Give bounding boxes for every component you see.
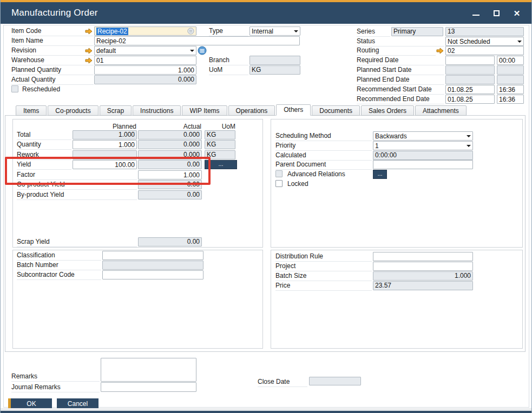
advanced-relations-checkbox[interactable] xyxy=(275,170,283,177)
scrap-yield-field: 0.00 xyxy=(138,237,202,247)
chevron-down-icon xyxy=(467,135,471,137)
title-bar[interactable]: Manufacturing Order xyxy=(1,2,531,24)
type-value: Internal xyxy=(252,28,293,35)
project-label: Project xyxy=(275,262,372,271)
priority-dropdown[interactable]: 1 xyxy=(373,141,473,150)
manufacturing-order-window: Manufacturing Order ✕ Item Code Recipe-0… xyxy=(0,0,532,413)
tab-operations[interactable]: Operations xyxy=(228,105,275,116)
status-dropdown[interactable]: Not Scheduled xyxy=(445,37,524,46)
tab-co-products[interactable]: Co-products xyxy=(48,105,98,116)
rework-uom-field: KG xyxy=(205,150,235,159)
type-dropdown[interactable]: Internal xyxy=(249,26,300,36)
required-date-input[interactable] xyxy=(445,56,495,65)
minimize-button[interactable] xyxy=(470,7,482,19)
revision-value: default xyxy=(96,47,189,55)
warehouse-input[interactable] xyxy=(94,56,196,65)
close-date-label: Close Date xyxy=(258,377,307,387)
maximize-button[interactable] xyxy=(490,7,502,19)
remarks-textarea[interactable] xyxy=(101,358,196,382)
classification-input[interactable] xyxy=(102,251,203,260)
required-time-input[interactable] xyxy=(497,56,524,65)
scheduling-method-dropdown[interactable]: Backwards xyxy=(373,131,473,141)
yield-more-button[interactable]: ... xyxy=(205,160,237,169)
planned-start-time-field xyxy=(497,65,524,75)
link-arrow-icon[interactable] xyxy=(85,28,93,35)
subcontractor-code-label: Subcontractor Code xyxy=(17,270,101,280)
link-arrow-icon[interactable] xyxy=(85,48,93,54)
planned-start-date-field xyxy=(445,65,495,75)
recommended-end-date-input[interactable] xyxy=(445,95,495,104)
quantity-planned-input[interactable] xyxy=(73,140,137,149)
tab-wip-items[interactable]: WIP Items xyxy=(182,105,227,116)
scheduling-method-label: Scheduling Method xyxy=(275,131,372,141)
close-date-field xyxy=(309,377,361,385)
quantity-actual-field: 0.000 xyxy=(138,140,202,149)
yield-planned-input[interactable] xyxy=(73,160,137,169)
project-input[interactable] xyxy=(373,262,473,271)
journal-remarks-label: Journal Remarks xyxy=(11,383,100,392)
planned-end-time-field xyxy=(497,75,524,84)
tab-instructions[interactable]: Instructions xyxy=(133,105,181,116)
subcontractor-code-input[interactable] xyxy=(102,270,203,279)
required-date-label: Required Date xyxy=(357,56,444,65)
rescheduled-checkbox[interactable] xyxy=(11,85,18,92)
tab-attachments[interactable]: Attachments xyxy=(415,105,467,116)
classification-label: Classification xyxy=(17,251,101,261)
recommended-start-date-input[interactable] xyxy=(445,85,495,94)
planned-quantity-label: Planned Quantity xyxy=(11,65,94,75)
yield-actual-field: 0.00 xyxy=(138,160,202,169)
uom-column-header: UoM xyxy=(205,123,235,130)
distribution-rule-input[interactable] xyxy=(373,252,473,261)
cancel-button[interactable]: Cancel xyxy=(57,398,98,409)
chevron-down-icon xyxy=(294,30,298,32)
recommended-end-time-input[interactable] xyxy=(497,95,524,104)
window-bottom-border xyxy=(1,411,531,413)
recommended-end-date-label: Recommended End Date xyxy=(357,95,444,104)
item-name-input[interactable] xyxy=(94,36,300,45)
link-arrow-icon[interactable] xyxy=(436,48,444,54)
revision-list-button[interactable] xyxy=(198,46,207,55)
tab-sales-orders[interactable]: Sales Orders xyxy=(361,105,414,116)
rescheduled-label: Rescheduled xyxy=(22,85,82,94)
warehouse-label: Warehouse xyxy=(11,56,94,65)
price-label: Price xyxy=(275,281,372,291)
type-label: Type xyxy=(209,26,248,36)
factor-input[interactable] xyxy=(138,170,202,179)
window-title: Manufacturing Order xyxy=(11,8,98,18)
advanced-relations-more-button[interactable]: ... xyxy=(373,170,387,179)
status-label: Status xyxy=(357,37,444,46)
revision-dropdown[interactable]: default xyxy=(94,46,196,55)
by-product-yield-field: 0.00 xyxy=(138,190,202,199)
ok-button[interactable]: OK xyxy=(11,398,52,409)
total-uom-field: KG xyxy=(205,130,235,139)
tab-scrap[interactable]: Scrap xyxy=(100,105,132,116)
total-planned-field: 1.000 xyxy=(73,130,137,139)
tab-documents[interactable]: Documents xyxy=(312,105,360,116)
price-field: 23.57 xyxy=(373,281,473,290)
rework-label: Rework xyxy=(17,150,71,160)
series-name-field: Primary xyxy=(391,27,443,36)
parent-document-label: Parent Document xyxy=(275,160,372,170)
locked-checkbox[interactable] xyxy=(275,180,283,187)
journal-remarks-input[interactable] xyxy=(101,382,196,392)
minimize-icon xyxy=(472,15,480,16)
choose-from-list-icon[interactable] xyxy=(187,28,194,35)
remarks-label: Remarks xyxy=(11,372,100,382)
tab-items[interactable]: Items xyxy=(16,105,47,116)
batch-size-label: Batch Size xyxy=(275,271,372,281)
revision-label: Revision xyxy=(11,46,94,56)
planned-quantity-input[interactable] xyxy=(94,65,196,75)
tab-others[interactable]: Others xyxy=(276,104,311,116)
by-product-yield-label: By-product Yield xyxy=(17,190,137,200)
scrap-yield-label: Scrap Yield xyxy=(17,237,137,247)
rework-planned-field xyxy=(73,150,137,159)
recommended-start-time-input[interactable] xyxy=(497,85,524,94)
close-icon: ✕ xyxy=(514,9,521,17)
planned-end-date-field xyxy=(445,75,495,84)
routing-input[interactable] xyxy=(445,46,524,55)
item-code-input[interactable]: Recipe-02 xyxy=(94,26,196,36)
parent-document-input[interactable] xyxy=(373,160,473,169)
link-arrow-icon[interactable] xyxy=(85,57,93,64)
close-button[interactable]: ✕ xyxy=(511,7,523,19)
batch-number-field xyxy=(102,261,203,270)
